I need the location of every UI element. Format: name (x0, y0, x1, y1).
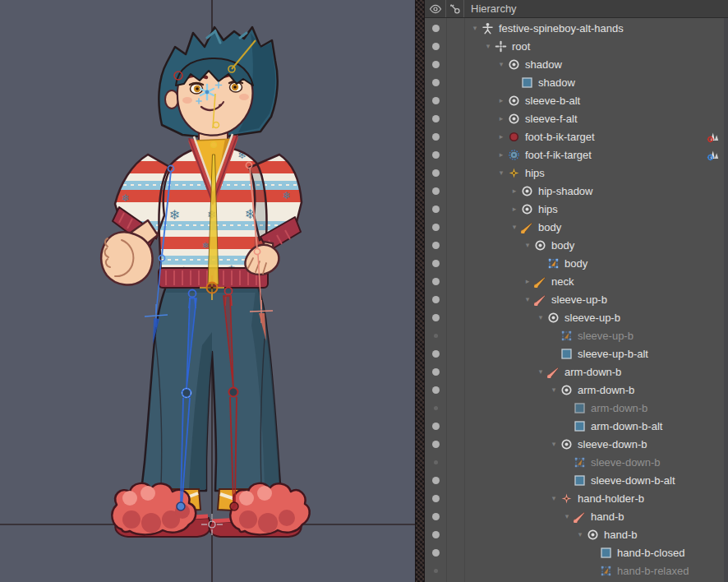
scrollbar-track[interactable] (724, 18, 728, 582)
tree-row[interactable]: ▾hand-b (425, 525, 724, 543)
tree-row[interactable]: ▾arm-down-b (425, 381, 724, 399)
panel-resize-handle[interactable] (415, 0, 425, 582)
visibility-dot[interactable] (432, 115, 440, 122)
visibility-dot[interactable] (432, 495, 440, 502)
visibility-dot[interactable] (434, 569, 438, 573)
chevron-down-icon[interactable]: ▾ (547, 489, 560, 507)
visibility-dot[interactable] (432, 296, 440, 303)
tree-row[interactable]: ▾body (425, 218, 724, 236)
tree-row[interactable]: sleeve-down-b (425, 453, 724, 471)
tree-row[interactable]: hand-b-relaxed (425, 561, 724, 580)
tree-row[interactable]: ▾root (425, 37, 724, 55)
chevron-down-icon[interactable]: ▾ (547, 435, 560, 453)
tree-row[interactable]: ▸hip-shadow (425, 182, 724, 200)
visibility-dot[interactable] (432, 477, 440, 484)
tree-row[interactable]: ▾sleeve-up-b (425, 308, 724, 326)
visibility-dot[interactable] (432, 278, 440, 285)
tree-row[interactable]: sleeve-up-b (425, 326, 724, 344)
visibility-dot[interactable] (432, 43, 440, 50)
visibility-column-header[interactable] (425, 0, 446, 17)
chevron-down-icon[interactable]: ▾ (521, 290, 534, 308)
visibility-dot[interactable] (432, 386, 440, 394)
tree-row[interactable]: arm-down-b-alt (425, 417, 724, 435)
chevron-right-icon[interactable]: ▸ (495, 127, 508, 146)
chevron-right-icon[interactable]: ▸ (508, 200, 521, 218)
tree-row[interactable]: ▾festive-spineboy-alt-hands (425, 19, 724, 37)
ear (165, 90, 178, 109)
tree-row[interactable]: ▸foot-f-ik-target (425, 146, 724, 164)
tree-row[interactable]: ▾hand-b (425, 507, 724, 525)
chevron-down-icon[interactable]: ▾ (508, 218, 521, 236)
tree-row[interactable]: ▾hips (425, 164, 724, 182)
chevron-right-icon[interactable]: ▸ (495, 146, 508, 164)
chevron-down-icon[interactable]: ▾ (481, 37, 495, 55)
visibility-dot[interactable] (432, 368, 440, 376)
visibility-dot[interactable] (434, 406, 438, 410)
visibility-dot[interactable] (432, 531, 440, 538)
visibility-dot[interactable] (432, 423, 440, 430)
tree-row[interactable]: shadow (425, 73, 724, 91)
hierarchy-panel: Hierarchy ▾festive-spineboy-alt-hands▾ro… (425, 0, 728, 582)
tree-row[interactable]: ▸sleeve-f-alt (425, 109, 724, 127)
tree-item-label: foot-f-ik-target (525, 149, 592, 161)
tree-row[interactable]: hand-b-closed (425, 543, 724, 561)
visibility-dot[interactable] (432, 260, 440, 267)
tree-row[interactable]: ▸neck (425, 272, 724, 290)
character-festive-spineboy[interactable]: ❄❄ ❄❄ ❄❄ ❄❄ ❄❄ ❄❄ (101, 27, 310, 537)
visibility-dot[interactable] (432, 314, 440, 321)
visibility-dot[interactable] (434, 334, 438, 338)
tree-row[interactable]: body (425, 254, 724, 272)
visibility-dot[interactable] (432, 151, 440, 159)
chevron-down-icon[interactable]: ▾ (521, 236, 534, 254)
tree-row[interactable]: sleeve-up-b-alt (425, 344, 724, 363)
tree-row[interactable]: ▾shadow (425, 55, 724, 73)
visibility-dot[interactable] (432, 224, 440, 231)
visibility-dot[interactable] (432, 79, 440, 86)
chevron-right-icon[interactable]: ▸ (495, 109, 508, 127)
tree-row[interactable]: ▸hips (425, 200, 724, 218)
tree-item-label: hip-shadow (538, 185, 593, 197)
tree-row[interactable]: ▾arm-down-b (425, 363, 724, 381)
tree-row[interactable]: ▾hand-holder-b (425, 489, 724, 507)
lock-column-header[interactable] (446, 0, 464, 17)
tree-row[interactable]: arm-down-b (425, 399, 724, 417)
tree-row[interactable]: ▸sleeve-b-alt (425, 91, 724, 109)
visibility-dot[interactable] (432, 513, 440, 520)
ik-red-constraint-icon[interactable] (707, 130, 720, 143)
visibility-dot[interactable] (434, 460, 438, 464)
chevron-down-icon[interactable]: ▾ (468, 19, 481, 37)
visibility-dot[interactable] (432, 242, 440, 249)
visibility-dot[interactable] (432, 169, 440, 177)
visibility-dot[interactable] (432, 25, 440, 32)
tree-row[interactable]: ▾sleeve-up-b (425, 290, 724, 308)
chevron-down-icon[interactable]: ▾ (534, 308, 547, 326)
chevron-down-icon[interactable]: ▾ (560, 507, 574, 525)
chevron-down-icon[interactable]: ▾ (495, 55, 508, 73)
viewport-canvas[interactable]: ❄❄ ❄❄ ❄❄ ❄❄ ❄❄ ❄❄ (0, 0, 415, 582)
editor-viewport[interactable]: ❄❄ ❄❄ ❄❄ ❄❄ ❄❄ ❄❄ (0, 0, 415, 582)
visibility-dot[interactable] (432, 350, 440, 358)
ik-blue-constraint-icon[interactable] (707, 148, 720, 161)
visibility-dot[interactable] (432, 206, 440, 213)
chevron-down-icon[interactable]: ▾ (534, 363, 547, 381)
tree-row[interactable]: ▸foot-b-ik-target (425, 127, 724, 146)
tree-row[interactable]: ▾body (425, 236, 724, 254)
chevron-right-icon[interactable]: ▸ (508, 182, 521, 200)
visibility-dot[interactable] (432, 97, 440, 104)
visibility-dot[interactable] (432, 549, 440, 557)
bone-red-icon (508, 130, 522, 143)
slot-icon (560, 383, 574, 396)
chevron-right-icon[interactable]: ▸ (521, 272, 534, 290)
tree-item-label: hand-holder-b (578, 492, 644, 505)
chevron-right-icon[interactable]: ▸ (495, 91, 508, 109)
visibility-dot[interactable] (432, 133, 440, 141)
visibility-dot[interactable] (432, 187, 440, 195)
tree-row[interactable]: sleeve-down-b-alt (425, 471, 724, 489)
chevron-down-icon[interactable]: ▾ (495, 164, 508, 182)
tree-item-label: arm-down-b-alt (591, 420, 662, 432)
chevron-down-icon[interactable]: ▾ (574, 525, 587, 543)
tree-row[interactable]: ▾sleeve-down-b (425, 435, 724, 453)
visibility-dot[interactable] (432, 61, 440, 68)
visibility-dot[interactable] (432, 441, 440, 448)
chevron-down-icon[interactable]: ▾ (547, 381, 560, 399)
